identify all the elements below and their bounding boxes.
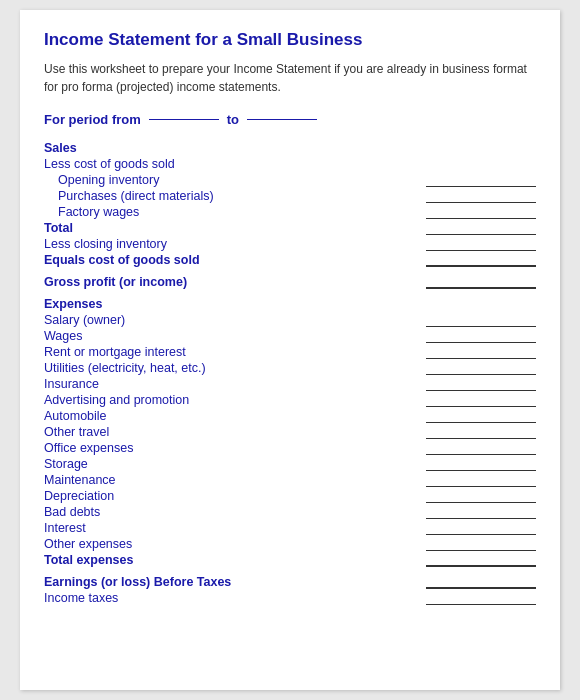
earnings-line (426, 575, 536, 589)
equals-cost-row: Equals cost of goods sold (44, 253, 536, 267)
less-closing-label: Less closing inventory (44, 237, 167, 251)
other-expenses-line (426, 537, 536, 551)
office-expenses-line (426, 441, 536, 455)
automobile-row: Automobile (44, 409, 536, 423)
purchases-line (426, 189, 536, 203)
total-row: Total (44, 221, 536, 235)
opening-inventory-row: Opening inventory (44, 173, 536, 187)
sales-no-line (426, 141, 536, 155)
automobile-line (426, 409, 536, 423)
rent-label: Rent or mortgage interest (44, 345, 186, 359)
opening-inventory-label: Opening inventory (44, 173, 159, 187)
income-taxes-line (426, 591, 536, 605)
gross-profit-line (426, 275, 536, 289)
expenses-no-line (426, 297, 536, 311)
storage-label: Storage (44, 457, 88, 471)
opening-inventory-line (426, 173, 536, 187)
earnings-label: Earnings (or loss) Before Taxes (44, 575, 231, 589)
total-expenses-row: Total expenses (44, 553, 536, 567)
equals-cost-label: Equals cost of goods sold (44, 253, 200, 267)
interest-label: Interest (44, 521, 86, 535)
period-to-label: to (227, 112, 239, 127)
less-cost-no-line (426, 157, 536, 171)
rent-row: Rent or mortgage interest (44, 345, 536, 359)
less-closing-line (426, 237, 536, 251)
period-row: For period from to (44, 112, 536, 127)
less-cost-row: Less cost of goods sold (44, 157, 536, 171)
advertising-line (426, 393, 536, 407)
rent-line (426, 345, 536, 359)
storage-row: Storage (44, 457, 536, 471)
maintenance-line (426, 473, 536, 487)
income-taxes-row: Income taxes (44, 591, 536, 605)
advertising-label: Advertising and promotion (44, 393, 189, 407)
description-text: Use this worksheet to prepare your Incom… (44, 60, 536, 96)
factory-wages-line (426, 205, 536, 219)
wages-label: Wages (44, 329, 82, 343)
bad-debts-label: Bad debts (44, 505, 100, 519)
income-taxes-label: Income taxes (44, 591, 118, 605)
interest-row: Interest (44, 521, 536, 535)
sales-label: Sales (44, 141, 77, 155)
less-closing-row: Less closing inventory (44, 237, 536, 251)
depreciation-line (426, 489, 536, 503)
wages-line (426, 329, 536, 343)
other-expenses-row: Other expenses (44, 537, 536, 551)
utilities-label: Utilities (electricity, heat, etc.) (44, 361, 206, 375)
bad-debts-line (426, 505, 536, 519)
equals-cost-line (426, 253, 536, 267)
salary-label: Salary (owner) (44, 313, 125, 327)
automobile-label: Automobile (44, 409, 107, 423)
insurance-line (426, 377, 536, 391)
period-from-line (149, 119, 219, 120)
gross-profit-row: Gross profit (or income) (44, 275, 536, 289)
period-label: For period from (44, 112, 141, 127)
sales-row: Sales (44, 141, 536, 155)
other-travel-row: Other travel (44, 425, 536, 439)
maintenance-label: Maintenance (44, 473, 116, 487)
maintenance-row: Maintenance (44, 473, 536, 487)
other-travel-line (426, 425, 536, 439)
factory-wages-row: Factory wages (44, 205, 536, 219)
utilities-row: Utilities (electricity, heat, etc.) (44, 361, 536, 375)
expenses-heading-row: Expenses (44, 297, 536, 311)
interest-line (426, 521, 536, 535)
advertising-row: Advertising and promotion (44, 393, 536, 407)
insurance-label: Insurance (44, 377, 99, 391)
total-expenses-label: Total expenses (44, 553, 133, 567)
total-expenses-line (426, 553, 536, 567)
gross-profit-label: Gross profit (or income) (44, 275, 187, 289)
earnings-row: Earnings (or loss) Before Taxes (44, 575, 536, 589)
salary-line (426, 313, 536, 327)
utilities-line (426, 361, 536, 375)
other-travel-label: Other travel (44, 425, 109, 439)
salary-row: Salary (owner) (44, 313, 536, 327)
depreciation-label: Depreciation (44, 489, 114, 503)
page: Income Statement for a Small Business Us… (20, 10, 560, 690)
bad-debts-row: Bad debts (44, 505, 536, 519)
less-cost-label: Less cost of goods sold (44, 157, 175, 171)
total-line (426, 221, 536, 235)
total-label: Total (44, 221, 73, 235)
page-title: Income Statement for a Small Business (44, 30, 536, 50)
expenses-label: Expenses (44, 297, 102, 311)
office-expenses-row: Office expenses (44, 441, 536, 455)
depreciation-row: Depreciation (44, 489, 536, 503)
wages-row: Wages (44, 329, 536, 343)
office-expenses-label: Office expenses (44, 441, 133, 455)
purchases-label: Purchases (direct materials) (44, 189, 214, 203)
period-to-line (247, 119, 317, 120)
other-expenses-label: Other expenses (44, 537, 132, 551)
purchases-row: Purchases (direct materials) (44, 189, 536, 203)
factory-wages-label: Factory wages (44, 205, 139, 219)
storage-line (426, 457, 536, 471)
insurance-row: Insurance (44, 377, 536, 391)
